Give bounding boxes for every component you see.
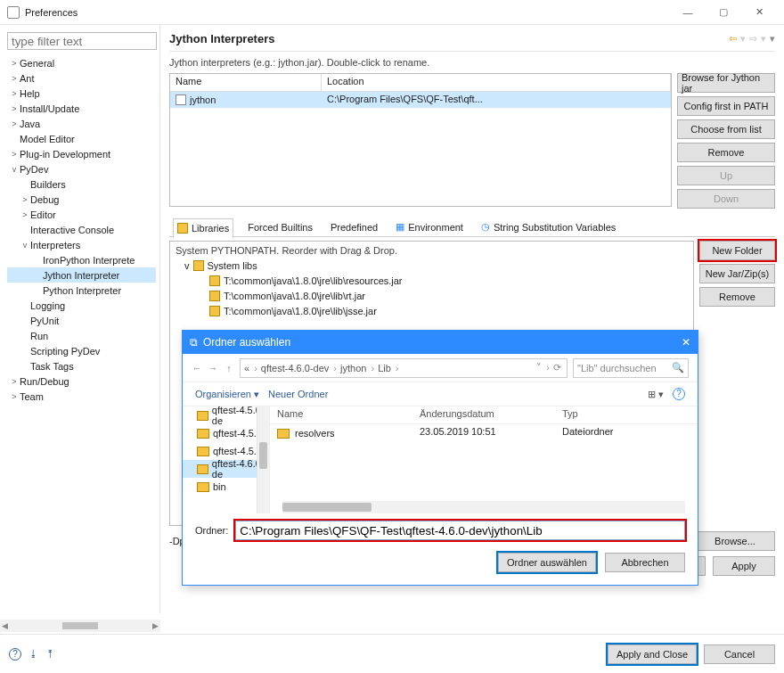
- col-name[interactable]: Name: [170, 74, 322, 91]
- col-location[interactable]: Location: [322, 74, 671, 91]
- help-icon[interactable]: ?: [673, 388, 685, 400]
- sidebar-item-label: Editor: [30, 209, 56, 220]
- system-libs-node[interactable]: v System libs: [172, 258, 691, 273]
- apply-button[interactable]: Apply: [713, 556, 775, 576]
- minimize-button[interactable]: —: [670, 0, 706, 25]
- folder-icon: [193, 260, 204, 271]
- sidebar-item-builders[interactable]: Builders: [7, 176, 156, 192]
- interpreter-table[interactable]: Name Location jython C:\Program Files\QF…: [169, 73, 672, 207]
- sidebar-item-logging[interactable]: Logging: [7, 298, 156, 313]
- sidebar-item-team[interactable]: >Team: [7, 389, 156, 404]
- sidebar-item-java[interactable]: >Java: [7, 116, 156, 131]
- new-folder-button[interactable]: New Folder: [699, 241, 775, 260]
- col-type[interactable]: Typ: [555, 406, 698, 423]
- remove-lib-button[interactable]: Remove: [699, 287, 775, 307]
- search-icon: 🔍: [672, 362, 684, 373]
- sidebar-item-debug[interactable]: >Debug: [7, 192, 156, 207]
- sidebar-item-help[interactable]: >Help: [7, 86, 156, 101]
- scrollbar-horizontal[interactable]: [282, 501, 685, 513]
- sidebar-item-install-update[interactable]: >Install/Update: [7, 101, 156, 116]
- list-item[interactable]: T:\common\java\1.8.0\jre\lib\rt.jar: [172, 288, 691, 303]
- col-date[interactable]: Änderungsdatum: [412, 406, 555, 423]
- apply-and-close-button[interactable]: Apply and Close: [608, 644, 697, 664]
- config-path-button[interactable]: Config first in PATH: [677, 96, 775, 116]
- tab-string-substitution[interactable]: ◷String Substitution Variables: [478, 217, 619, 237]
- search-input[interactable]: "Lib" durchsuchen 🔍: [573, 358, 689, 378]
- help-icon[interactable]: ?: [9, 648, 21, 661]
- up-button[interactable]: Up: [677, 166, 775, 185]
- sidebar-item-label: Jython Interpreter: [43, 270, 119, 281]
- browse-jar-button[interactable]: Browse for Jython jar: [677, 73, 775, 93]
- browse-button[interactable]: Browse...: [695, 531, 775, 551]
- dialog-close-button[interactable]: ✕: [682, 336, 690, 349]
- jar-icon: [209, 275, 220, 286]
- sidebar-item-jython-interpreter[interactable]: Jython Interpreter: [7, 267, 156, 283]
- table-row[interactable]: jython C:\Program Files\QFS\QF-Test\qft.…: [170, 92, 671, 108]
- scrollbar[interactable]: [257, 406, 269, 513]
- sidebar-scrollbar[interactable]: ◀▶: [0, 620, 160, 632]
- nav-back-icon[interactable]: ⇦: [729, 33, 737, 45]
- organize-menu[interactable]: Organisieren ▾: [195, 389, 259, 400]
- nav-menu-icon[interactable]: ▾: [770, 33, 775, 45]
- cancel-button[interactable]: Cancel: [704, 644, 775, 664]
- sidebar-item-interactive-console[interactable]: Interactive Console: [7, 222, 156, 237]
- sidebar-item-pyunit[interactable]: PyUnit: [7, 313, 156, 328]
- list-item[interactable]: T:\common\java\1.8.0\jre\lib\resources.j…: [172, 273, 691, 288]
- new-folder-link[interactable]: Neuer Ordner: [268, 389, 328, 399]
- nav-up-icon[interactable]: ↑: [224, 363, 234, 373]
- sidebar-item-ironpython-interprete[interactable]: IronPython Interprete: [7, 252, 156, 267]
- chevron-icon: >: [9, 104, 20, 113]
- input-label: Ordner:: [195, 525, 228, 536]
- nav-fwd-icon[interactable]: →: [208, 363, 218, 373]
- dialog-cancel-button[interactable]: Abbrechen: [605, 553, 685, 572]
- breadcrumb[interactable]: « qftest-4.6.0-dev jython Lib ˅ ⟳: [240, 358, 568, 378]
- nav-fwd-icon[interactable]: ⇨: [749, 33, 757, 45]
- sidebar-item-ant[interactable]: >Ant: [7, 70, 156, 86]
- list-item[interactable]: T:\common\java\1.8.0\jre\lib\jsse.jar: [172, 303, 691, 318]
- view-options-icon[interactable]: ⊞ ▾: [648, 389, 664, 400]
- sidebar-item-label: Scripting PyDev: [30, 346, 100, 357]
- folder-icon: [197, 411, 208, 421]
- choose-list-button[interactable]: Choose from list: [677, 119, 775, 139]
- sidebar-item-python-interpreter[interactable]: Python Interpreter: [7, 283, 156, 298]
- down-button[interactable]: Down: [677, 189, 775, 209]
- syspath-label: System PYTHONPATH. Reorder with Drag & D…: [172, 243, 691, 258]
- maximize-button[interactable]: ▢: [706, 0, 741, 25]
- folder-tree[interactable]: qftest-4.5.0-deqftest-4.5.1qftest-4.5.2q…: [183, 406, 270, 513]
- nav-back-icon[interactable]: ←: [192, 363, 202, 373]
- sidebar-item-editor[interactable]: >Editor: [7, 207, 156, 222]
- sidebar-item-pydev[interactable]: vPyDev: [7, 161, 156, 176]
- sidebar-item-plug-in-development[interactable]: >Plug-in Development: [7, 146, 156, 161]
- choose-folder-button[interactable]: Ordner auswählen: [498, 553, 596, 572]
- sidebar-item-label: Help: [20, 88, 40, 99]
- new-jar-button[interactable]: New Jar/Zip(s): [699, 264, 775, 283]
- sidebar-item-label: Task Tags: [30, 361, 74, 372]
- jar-icon: [209, 291, 220, 301]
- tab-libraries[interactable]: Libraries: [173, 218, 233, 238]
- tab-environment[interactable]: ▦Environment: [392, 217, 467, 237]
- close-button[interactable]: ✕: [741, 0, 777, 25]
- folder-path-input[interactable]: [235, 521, 685, 540]
- sidebar-item-run-debug[interactable]: >Run/Debug: [7, 373, 156, 389]
- sidebar-item-general[interactable]: >General: [7, 55, 156, 70]
- chevron-icon: >: [9, 377, 20, 386]
- sidebar-item-model-editor[interactable]: Model Editor: [7, 131, 156, 146]
- list-item[interactable]: resolvers 23.05.2019 10:51 Dateiordner: [270, 424, 698, 442]
- sidebar-item-label: PyUnit: [30, 316, 59, 326]
- col-name[interactable]: Name: [270, 406, 412, 423]
- import-icon[interactable]: ⭳: [29, 648, 38, 661]
- chevron-icon: >: [20, 210, 30, 219]
- sidebar-item-interpreters[interactable]: vInterpreters: [7, 237, 156, 252]
- refresh-icon[interactable]: ⟳: [553, 362, 563, 373]
- sidebar-item-label: Ant: [20, 73, 35, 84]
- window-icon: [7, 6, 20, 19]
- filter-input[interactable]: [7, 32, 157, 50]
- sidebar-item-task-tags[interactable]: Task Tags: [7, 358, 156, 373]
- remove-interp-button[interactable]: Remove: [677, 143, 775, 162]
- sidebar-item-run[interactable]: Run: [7, 328, 156, 343]
- tab-predefined[interactable]: Predefined: [327, 217, 381, 237]
- tab-forced-builtins[interactable]: Forced Builtins: [244, 217, 316, 237]
- export-icon[interactable]: ⭱: [45, 648, 55, 661]
- chevron-down-icon[interactable]: ˅: [536, 362, 550, 373]
- sidebar-item-scripting-pydev[interactable]: Scripting PyDev: [7, 343, 156, 358]
